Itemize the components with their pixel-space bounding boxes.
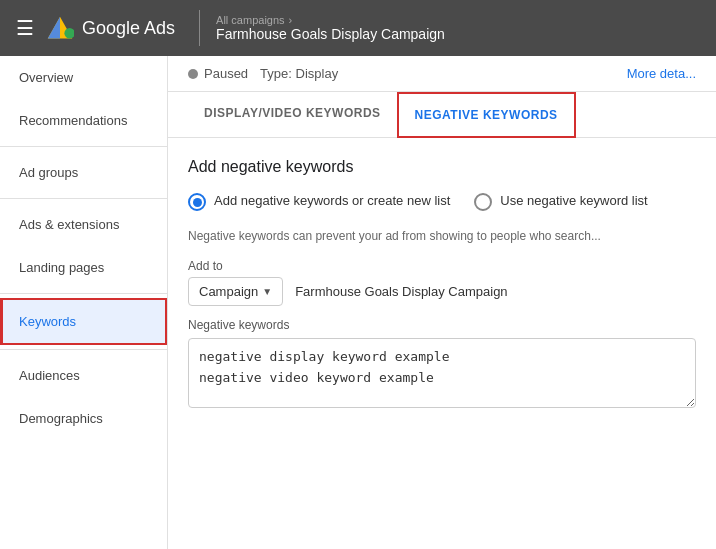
sidebar-label-ad-groups: Ad groups — [19, 165, 78, 180]
tab-negative-keywords[interactable]: NEGATIVE KEYWORDS — [397, 92, 576, 138]
sidebar-item-keywords[interactable]: Keywords — [0, 298, 167, 345]
paused-label: Paused — [204, 66, 248, 81]
form-title: Add negative keywords — [188, 158, 696, 176]
radio-option-use-list[interactable]: Use negative keyword list — [474, 192, 647, 211]
breadcrumb-top[interactable]: All campaigns › — [216, 14, 445, 26]
campaign-title: Farmhouse Goals Display Campaign — [216, 26, 445, 42]
sidebar-item-ad-groups[interactable]: Ad groups — [0, 151, 167, 194]
add-to-label: Add to — [188, 259, 696, 273]
sidebar-item-overview[interactable]: Overview — [0, 56, 167, 99]
sidebar-divider-3 — [0, 293, 167, 294]
content-area: Paused Type: Display More deta... DISPLA… — [168, 56, 716, 549]
neg-keywords-textarea[interactable]: negative display keyword example negativ… — [188, 338, 696, 408]
sidebar-label-recommendations: Recommendations — [19, 113, 127, 128]
status-bar: Paused Type: Display More deta... — [168, 56, 716, 92]
radio-circle-list-icon[interactable] — [474, 193, 492, 211]
header-divider — [199, 10, 200, 46]
hamburger-icon[interactable]: ☰ — [16, 16, 34, 40]
neg-keywords-label: Negative keywords — [188, 318, 696, 332]
radio-option-create-new[interactable]: Add negative keywords or create new list — [188, 192, 450, 211]
campaign-name-display: Farmhouse Goals Display Campaign — [295, 284, 507, 299]
all-campaigns-link[interactable]: All campaigns — [216, 14, 284, 26]
header: ☰ Google Ads All campaigns › Farmhouse G… — [0, 0, 716, 56]
sidebar-label-audiences: Audiences — [19, 368, 80, 383]
breadcrumb: All campaigns › Farmhouse Goals Display … — [216, 14, 445, 42]
campaign-dropdown[interactable]: Campaign ▼ — [188, 277, 283, 306]
campaign-type: Type: Display — [260, 66, 338, 81]
sidebar-divider-4 — [0, 349, 167, 350]
sidebar-item-demographics[interactable]: Demographics — [0, 397, 167, 440]
type-label: Type: — [260, 66, 292, 81]
campaign-button-label: Campaign — [199, 284, 258, 299]
sidebar-label-overview: Overview — [19, 70, 73, 85]
breadcrumb-chevron: › — [289, 14, 293, 26]
sidebar-item-recommendations[interactable]: Recommendations — [0, 99, 167, 142]
campaign-selector: Campaign ▼ Farmhouse Goals Display Campa… — [188, 277, 696, 306]
radio-group: Add negative keywords or create new list… — [188, 192, 696, 211]
form-area: Add negative keywords Add negative keywo… — [168, 138, 716, 431]
tab-display-video-keywords[interactable]: DISPLAY/VIDEO KEYWORDS — [188, 92, 397, 137]
add-to-section: Add to Campaign ▼ Farmhouse Goals Displa… — [188, 259, 696, 306]
radio-circle-create-icon[interactable] — [188, 193, 206, 211]
radio-label-use-list: Use negative keyword list — [500, 192, 647, 210]
sidebar-label-landing-pages: Landing pages — [19, 260, 104, 275]
sidebar-item-audiences[interactable]: Audiences — [0, 354, 167, 397]
status-dot-icon — [188, 69, 198, 79]
sidebar-divider-1 — [0, 146, 167, 147]
paused-status: Paused — [188, 66, 248, 81]
google-ads-logo-icon — [46, 14, 74, 42]
sidebar-divider-2 — [0, 198, 167, 199]
radio-label-create: Add negative keywords or create new list — [214, 192, 450, 210]
sidebar-label-demographics: Demographics — [19, 411, 103, 426]
chevron-down-icon: ▼ — [262, 286, 272, 297]
logo: Google Ads — [46, 14, 199, 42]
sidebar-label-keywords: Keywords — [19, 314, 76, 329]
more-details-link[interactable]: More deta... — [627, 66, 696, 81]
sidebar-item-landing-pages[interactable]: Landing pages — [0, 246, 167, 289]
tabs-container: DISPLAY/VIDEO KEYWORDS NEGATIVE KEYWORDS — [168, 92, 716, 138]
svg-marker-1 — [48, 17, 60, 39]
app-name: Google Ads — [82, 18, 175, 39]
sidebar: Overview Recommendations Ad groups Ads &… — [0, 56, 168, 549]
main-layout: Overview Recommendations Ad groups Ads &… — [0, 56, 716, 549]
sidebar-item-ads-extensions[interactable]: Ads & extensions — [0, 203, 167, 246]
type-value: Display — [296, 66, 339, 81]
description-text: Negative keywords can prevent your ad fr… — [188, 227, 696, 245]
sidebar-label-ads-extensions: Ads & extensions — [19, 217, 119, 232]
